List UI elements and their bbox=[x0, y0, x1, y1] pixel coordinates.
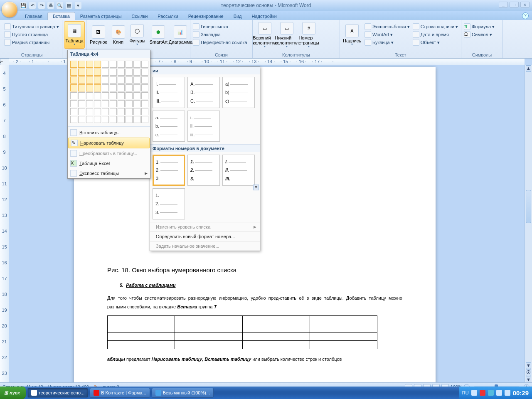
numbering-option[interactable]: 1.2.3. bbox=[153, 155, 185, 186]
close-button[interactable]: × bbox=[520, 2, 530, 7]
tab-page-layout[interactable]: Разметка страницы bbox=[75, 12, 127, 20]
grid-cell[interactable] bbox=[86, 69, 93, 76]
numbering-option[interactable]: i.ii.iii. bbox=[187, 111, 220, 142]
numbering-option[interactable]: a.b.c. bbox=[153, 111, 185, 142]
grid-cell[interactable] bbox=[133, 100, 140, 107]
excel-table[interactable]: XТаблица Excel bbox=[68, 158, 150, 168]
chart-button[interactable]: 📊Диаграмма bbox=[170, 21, 191, 49]
numbering-option[interactable]: A.B.C. bbox=[187, 77, 220, 108]
scroll-thumb[interactable] bbox=[526, 190, 531, 223]
grid-cell[interactable] bbox=[86, 100, 93, 107]
tray-icon[interactable] bbox=[505, 390, 510, 396]
grid-cell[interactable] bbox=[118, 76, 125, 84]
tab-addins[interactable]: Надстройки bbox=[247, 12, 282, 20]
grid-cell[interactable] bbox=[110, 116, 117, 123]
tray-icon[interactable] bbox=[496, 390, 502, 396]
grid-cell[interactable] bbox=[110, 76, 117, 84]
document-table[interactable] bbox=[107, 315, 377, 349]
quick-tables[interactable]: Экспресс-таблицы▶ bbox=[68, 168, 150, 178]
grid-cell[interactable] bbox=[70, 100, 77, 107]
grid-cell[interactable] bbox=[110, 69, 117, 76]
tab-home[interactable]: Главная bbox=[20, 12, 47, 20]
hyperlink[interactable]: Гиперссылка bbox=[192, 23, 248, 30]
table-button[interactable]: ▦ Таблица▾ bbox=[64, 21, 85, 49]
grid-cell[interactable] bbox=[110, 100, 117, 107]
grid-cell[interactable] bbox=[126, 92, 133, 99]
grid-cell[interactable] bbox=[86, 108, 93, 115]
pageno-button[interactable]: #Номер страницы▾ bbox=[298, 21, 319, 49]
numbering-option[interactable]: 1.2.3. bbox=[187, 155, 220, 186]
grid-cell[interactable] bbox=[94, 100, 101, 107]
grid-cell[interactable] bbox=[133, 116, 140, 123]
grid-cell[interactable] bbox=[118, 116, 125, 123]
grid-cell[interactable] bbox=[78, 84, 85, 91]
numbering-option[interactable]: a)b)c) bbox=[222, 77, 255, 108]
grid-cell[interactable] bbox=[126, 100, 133, 107]
grid-cell[interactable] bbox=[94, 76, 101, 84]
grid-cell[interactable] bbox=[94, 116, 101, 123]
grid-cell[interactable] bbox=[141, 61, 148, 68]
grid-cell[interactable] bbox=[126, 76, 133, 84]
grid-cell[interactable] bbox=[133, 108, 140, 115]
grid-cell[interactable] bbox=[70, 61, 77, 68]
insert-table[interactable]: Вставить таблицу... bbox=[68, 126, 150, 138]
tab-view[interactable]: Вид bbox=[229, 12, 247, 20]
grid-cell[interactable] bbox=[126, 108, 133, 115]
grid-cell[interactable] bbox=[110, 92, 117, 99]
smartart-button[interactable]: ⬢SmartArt bbox=[148, 21, 169, 49]
bookmark[interactable]: Закладка bbox=[192, 31, 248, 38]
grid-cell[interactable] bbox=[94, 92, 101, 99]
grid-cell[interactable] bbox=[126, 69, 133, 76]
min-button[interactable]: _ bbox=[499, 2, 508, 7]
grid-cell[interactable] bbox=[118, 84, 125, 91]
restore-button[interactable]: □ bbox=[510, 2, 519, 7]
grid-cell[interactable] bbox=[70, 76, 77, 84]
grid-cell[interactable] bbox=[86, 92, 93, 99]
textbox-button[interactable]: AНадпись▾ bbox=[342, 21, 362, 49]
sign-line[interactable]: Строка подписи▾ bbox=[412, 23, 459, 30]
define-format[interactable]: Определить новый формат номера... bbox=[150, 232, 260, 241]
grid-cell[interactable] bbox=[118, 108, 125, 115]
prev-page[interactable]: ⦿ bbox=[526, 369, 531, 376]
formula[interactable]: πФормула▾ bbox=[463, 23, 495, 30]
grid-cell[interactable] bbox=[141, 108, 148, 115]
crossref[interactable]: Перекрестная ссылка bbox=[192, 39, 248, 46]
symbol[interactable]: ΩСимвол▾ bbox=[463, 31, 495, 38]
picture-button[interactable]: 🖼Рисунок bbox=[88, 21, 109, 49]
grid-cell[interactable] bbox=[133, 76, 140, 84]
scroll-down[interactable]: ▼ bbox=[526, 362, 531, 369]
grid-cell[interactable] bbox=[133, 84, 140, 91]
tray-icon[interactable] bbox=[488, 390, 494, 396]
grid-cell[interactable] bbox=[78, 92, 85, 99]
cover-page[interactable]: Титульная страница▾ bbox=[3, 23, 60, 30]
tray-icon[interactable] bbox=[480, 390, 485, 396]
grid-cell[interactable] bbox=[133, 92, 140, 99]
grid-cell[interactable] bbox=[102, 100, 109, 107]
numbering-option[interactable]: 1.2.3. bbox=[153, 188, 185, 219]
grid-cell[interactable] bbox=[110, 84, 117, 91]
grid-cell[interactable] bbox=[126, 84, 133, 91]
help-button[interactable]: ? bbox=[522, 12, 529, 19]
blank-page[interactable]: Пустая страница bbox=[3, 31, 60, 38]
table-size-grid[interactable] bbox=[68, 58, 150, 126]
numbering-option[interactable]: I.II.III. bbox=[153, 77, 185, 108]
gallery-scroll-down[interactable]: ▼ bbox=[253, 185, 259, 190]
grid-cell[interactable] bbox=[126, 116, 133, 123]
taskbar-app[interactable]: Безымянный (100%)... bbox=[152, 388, 214, 398]
office-button[interactable] bbox=[2, 2, 17, 17]
grid-cell[interactable] bbox=[86, 76, 93, 84]
grid-cell[interactable] bbox=[102, 84, 109, 91]
grid-cell[interactable] bbox=[102, 92, 109, 99]
grid-cell[interactable] bbox=[141, 76, 148, 84]
grid-cell[interactable] bbox=[86, 116, 93, 123]
grid-cell[interactable] bbox=[78, 108, 85, 115]
grid-cell[interactable] bbox=[102, 116, 109, 123]
taskbar-app[interactable]: теоретические осно... bbox=[27, 388, 89, 398]
clip-button[interactable]: 🎨Клип bbox=[110, 21, 127, 49]
scroll-up[interactable]: ▲ bbox=[526, 65, 531, 72]
grid-cell[interactable] bbox=[118, 61, 125, 68]
grid-cell[interactable] bbox=[70, 108, 77, 115]
grid-cell[interactable] bbox=[94, 108, 101, 115]
grid-cell[interactable] bbox=[126, 61, 133, 68]
grid-cell[interactable] bbox=[110, 108, 117, 115]
